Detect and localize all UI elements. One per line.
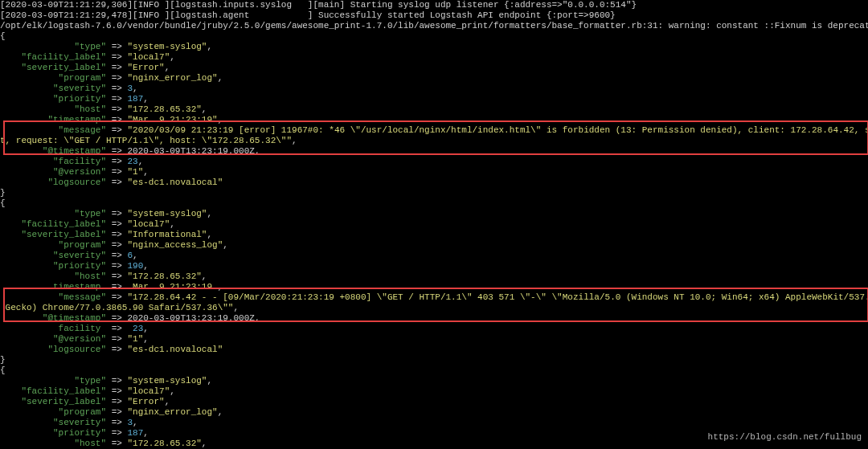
kv-facility: facility => 23,: [0, 324, 868, 334]
kv-logsource: "logsource" => "es-dc1.novalocal": [0, 178, 868, 188]
kv-severity-label: "severity_label" => "Error",: [0, 397, 868, 407]
kv-priority: "priority" => 190,: [0, 261, 868, 271]
kv-at-timestamp: "@timestamp" => 2020-03-09T13:23:19.000Z…: [0, 313, 868, 324]
kv-host: "host" => "172.28.65.32",: [0, 271, 868, 282]
kv-facility-label: "facility_label" => "local7",: [0, 219, 868, 230]
brace-open: {: [0, 365, 868, 376]
log-text: [2020-03-09T21:21:29,478][INFO ][logstas…: [0, 10, 616, 20]
kv-facility-label: "facility_label" => "local7",: [0, 52, 868, 63]
kv-severity-label: "severity_label" => "Informational",: [0, 230, 868, 240]
kv-version: "@version" => "1",: [0, 334, 868, 345]
brace-close: }: [0, 355, 868, 365]
header-line-3: /opt/elk/logstash-7.6.0/vendor/bundle/jr…: [0, 21, 868, 31]
kv-facility: "facility" => 23,: [0, 157, 868, 167]
kv-severity: "severity" => 3,: [0, 84, 868, 94]
kv-logsource: "logsource" => "es-dc1.novalocal": [0, 345, 868, 355]
brace-open: {: [0, 31, 868, 42]
kv-program: "program" => "nginx_error_log",: [0, 407, 868, 418]
kv-program: "program" => "nginx_error_log",: [0, 73, 868, 84]
kv-type: "type" => "system-syslog",: [0, 376, 868, 386]
brace-open: {: [0, 198, 868, 209]
log-text: [2020-03-09T21:21:29,306][INFO ][logstas…: [0, 0, 637, 10]
log-text: /opt/elk/logstash-7.6.0/vendor/bundle/jr…: [0, 21, 868, 31]
kv-severity: "severity" => 3,: [0, 418, 868, 428]
kv-priority: "priority" => 187,: [0, 94, 868, 104]
kv-message: "message" => "172.28.64.42 - - [09/Mar/2…: [0, 292, 868, 303]
kv-at-timestamp: "@timestamp" => 2020-03-09T13:23:19.000Z…: [0, 146, 868, 157]
kv-message: "message" => "2020/03/09 21:23:19 [error…: [0, 125, 868, 136]
kv-version: "@version" => "1",: [0, 167, 868, 178]
kv-message-cont: t, request: \"GET / HTTP/1.1\", host: \"…: [0, 136, 868, 146]
kv-message-cont: Gecko) Chrome/77.0.3865.90 Safari/537.36…: [0, 303, 868, 313]
terminal-output: [2020-03-09T21:21:29,306][INFO ][logstas…: [0, 0, 868, 449]
kv-type: "type" => "system-syslog",: [0, 209, 868, 219]
kv-severity-label: "severity_label" => "Error",: [0, 63, 868, 73]
header-line-1: [2020-03-09T21:21:29,306][INFO ][logstas…: [0, 0, 868, 10]
kv-facility-label: "facility_label" => "local7",: [0, 386, 868, 397]
kv-timestamp: "timestamp" => "Mar 9 21:23:19",: [0, 115, 868, 125]
brace-close: }: [0, 188, 868, 198]
header-line-2: [2020-03-09T21:21:29,478][INFO ][logstas…: [0, 10, 868, 21]
watermark-text: https://blog.csdn.net/fullbug: [708, 432, 862, 443]
kv-timestamp: timestamp => Mar 9 21:23:19 ,: [0, 282, 868, 292]
kv-host: "host" => "172.28.65.32",: [0, 104, 868, 115]
kv-type: "type" => "system-syslog",: [0, 42, 868, 52]
kv-severity: "severity" => 6,: [0, 251, 868, 261]
kv-program: "program" => "nginx_access_log",: [0, 240, 868, 251]
